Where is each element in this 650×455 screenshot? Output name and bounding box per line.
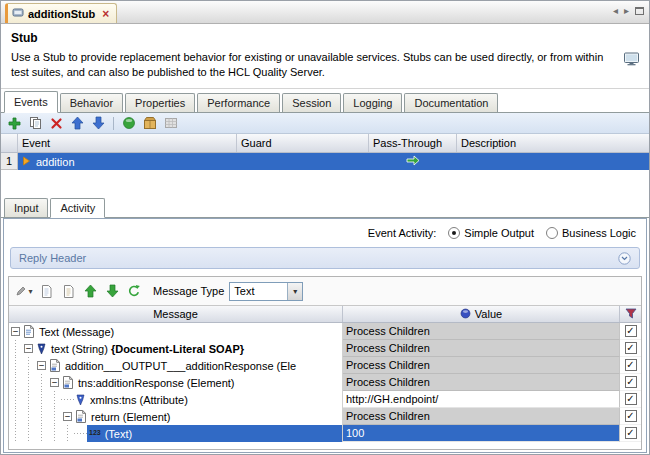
tab-input[interactable]: Input (4, 198, 48, 217)
column-header-filter[interactable] (620, 306, 641, 322)
collapse-node-button[interactable]: − (22, 340, 35, 357)
package-icon[interactable] (141, 115, 159, 132)
nav-forward-icon[interactable]: ▸ (624, 6, 629, 16)
events-toolbar (1, 113, 649, 134)
column-header-pass-through[interactable]: Pass-Through (369, 134, 457, 152)
filter-icon (625, 308, 637, 321)
tab-performance[interactable]: Performance (197, 93, 280, 112)
message-type-label: Message Type (153, 285, 224, 297)
guard-cell[interactable] (237, 153, 369, 170)
tree-row[interactable]: −return (Element)Process Children✓ (9, 408, 641, 425)
reply-header-bar[interactable]: Reply Header (10, 247, 640, 269)
field-value-cell[interactable]: Process Children (343, 323, 620, 340)
collapse-node-button[interactable]: − (48, 374, 61, 391)
field-value-cell[interactable]: Process Children (343, 357, 620, 374)
tree-indent-guide (48, 425, 61, 442)
message-cell: −addition___OUTPUT___additionResponse (E… (9, 357, 343, 374)
message-cell: 123(Text) (9, 425, 343, 442)
tree-row[interactable]: −Text (Message)Process Children✓ (9, 323, 641, 340)
nav-back-icon[interactable]: ◂ (613, 6, 618, 16)
close-tab-icon[interactable]: × (102, 8, 109, 20)
tree-indent-guide (35, 425, 48, 442)
field-value-cell[interactable]: 100 (343, 425, 620, 442)
copy-icon[interactable] (26, 115, 44, 132)
include-field-checkbox[interactable]: ✓ (625, 410, 637, 422)
pass-through-cell[interactable] (369, 153, 457, 170)
tree-row[interactable]: −text (String) {Document-Literal SOAP}Pr… (9, 340, 641, 357)
radio-business-logic[interactable]: Business Logic (546, 227, 636, 239)
move-up-green-icon[interactable] (81, 283, 99, 300)
include-field-checkbox[interactable]: ✓ (625, 376, 637, 388)
tab-documentation[interactable]: Documentation (404, 93, 498, 112)
grid-disabled-icon (162, 115, 180, 132)
tree-indent-guide (9, 425, 22, 442)
message-type-value: Text (230, 283, 287, 300)
column-header-value[interactable]: Value (343, 306, 620, 322)
tab-properties[interactable]: Properties (125, 93, 195, 112)
collapse-section-icon[interactable] (618, 252, 631, 265)
copy-message-icon[interactable] (37, 283, 55, 300)
editor-tab-additionstub[interactable]: additionStub × (5, 3, 117, 23)
tab-behavior[interactable]: Behavior (60, 93, 123, 112)
field-value-cell[interactable]: Process Children (343, 340, 620, 357)
column-header-description[interactable]: Description (457, 134, 649, 152)
delete-event-icon[interactable] (47, 115, 65, 132)
move-up-icon[interactable] (68, 115, 86, 132)
node-label: text (String) {Document-Literal SOAP} (51, 343, 244, 355)
tab-events[interactable]: Events (4, 91, 58, 113)
move-down-icon[interactable] (89, 115, 107, 132)
collapse-node-button[interactable]: − (35, 357, 48, 374)
checkbox-cell: ✓ (620, 408, 641, 425)
checkbox-cell: ✓ (620, 340, 641, 357)
collapse-node-button[interactable]: − (9, 323, 22, 340)
paste-message-icon[interactable] (59, 283, 77, 300)
include-field-checkbox[interactable]: ✓ (625, 342, 637, 354)
tree-row[interactable]: xmlns:tns (Attribute)http://GH.endpoint/… (9, 391, 641, 408)
field-value-cell[interactable]: http://GH.endpoint/ (343, 391, 620, 408)
include-field-checkbox[interactable]: ✓ (625, 427, 637, 439)
description-cell[interactable] (457, 153, 649, 170)
editor-tab-title: additionStub (28, 8, 95, 20)
add-event-icon[interactable] (5, 115, 23, 132)
collapse-node-button[interactable]: − (61, 408, 74, 425)
tab-activity[interactable]: Activity (50, 198, 105, 218)
edit-dropdown-icon[interactable]: ▾ (15, 283, 33, 300)
message-cell: −text (String) {Document-Literal SOAP} (9, 340, 343, 357)
tree-row[interactable]: −tns:additionResponse (Element)Process C… (9, 374, 641, 391)
maximize-editor-icon[interactable] (635, 7, 644, 15)
events-table-empty-area (1, 170, 649, 196)
tree-indent-guide (48, 408, 61, 425)
event-name-cell[interactable]: addition (18, 153, 237, 170)
column-header-event[interactable]: Event (18, 134, 237, 152)
stub-editor-tabs: EventsBehaviorPropertiesPerformanceSessi… (1, 89, 649, 113)
tree-indent-guide (22, 408, 35, 425)
tab-logging[interactable]: Logging (343, 93, 402, 112)
message-cell: −return (Element) (9, 408, 343, 425)
value-orb-icon (460, 308, 471, 321)
stub-icon (12, 7, 24, 20)
message-type-select[interactable]: Text ▾ (229, 282, 303, 301)
tree-indent-guide (9, 357, 22, 374)
include-field-checkbox[interactable]: ✓ (625, 393, 637, 405)
move-down-green-icon[interactable] (103, 283, 121, 300)
column-header-guard[interactable]: Guard (237, 134, 369, 152)
element-node-icon (62, 376, 74, 389)
tab-session[interactable]: Session (282, 93, 341, 112)
refresh-icon[interactable] (125, 283, 143, 300)
include-field-checkbox[interactable]: ✓ (625, 325, 637, 337)
validate-icon[interactable] (120, 115, 138, 132)
event-name: addition (36, 156, 75, 168)
tree-indent-guide (9, 408, 22, 425)
editor-tab-bar: additionStub × ◂ ▸ (1, 1, 649, 24)
radio-simple-output[interactable]: Simple Output (448, 227, 534, 239)
tree-connector (61, 391, 74, 408)
field-value-cell[interactable]: Process Children (343, 408, 620, 425)
include-field-checkbox[interactable]: ✓ (625, 359, 637, 371)
radio-label: Business Logic (562, 227, 636, 239)
field-value-cell[interactable]: Process Children (343, 374, 620, 391)
column-header-message[interactable]: Message (9, 306, 343, 322)
stub-header: Stub Use a Stub to provide replacement b… (1, 24, 649, 89)
event-row-addition[interactable]: 1 addition (1, 153, 649, 170)
tree-row[interactable]: 123(Text)100✓ (9, 425, 641, 442)
tree-row[interactable]: −addition___OUTPUT___additionResponse (E… (9, 357, 641, 374)
